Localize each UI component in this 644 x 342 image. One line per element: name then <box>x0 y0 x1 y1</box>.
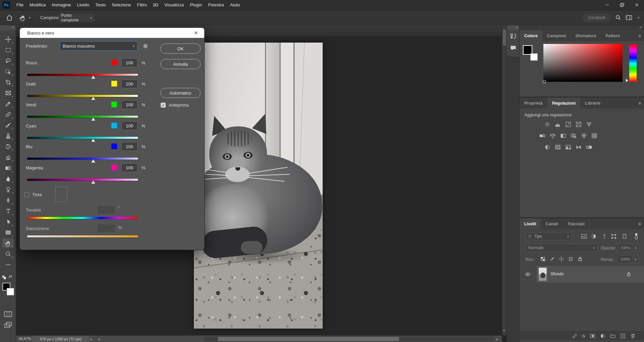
color-lookup-icon[interactable] <box>591 133 597 139</box>
tool-hand[interactable] <box>2 238 14 248</box>
slider-value-input[interactable]: 100 <box>121 79 138 88</box>
tab-canali[interactable]: Canali <box>541 218 563 229</box>
vibrance-icon[interactable] <box>586 121 592 127</box>
curves-icon[interactable] <box>565 121 571 127</box>
tool-more-tools[interactable] <box>2 260 14 269</box>
slider-thumb[interactable] <box>91 75 95 79</box>
scroll-right-icon[interactable]: ▸ <box>496 337 498 341</box>
slider-value-input[interactable]: 100 <box>121 142 138 151</box>
tool-move[interactable] <box>2 35 14 44</box>
invert-icon[interactable] <box>544 144 550 150</box>
workspace-icon[interactable] <box>626 14 632 21</box>
home-icon[interactable] <box>6 14 13 21</box>
filter-shape-icon[interactable] <box>611 234 616 239</box>
slider-track-cyan[interactable] <box>27 137 138 139</box>
tool-pen[interactable] <box>2 195 14 205</box>
photo-filter-icon[interactable] <box>571 133 577 139</box>
tool-frame[interactable] <box>2 88 14 98</box>
slider-thumb[interactable] <box>91 180 95 184</box>
slider-color-swatch[interactable] <box>111 102 117 107</box>
tool-rectangle-shape[interactable] <box>2 228 14 237</box>
slider-track-rossi[interactable] <box>27 74 138 76</box>
tool-path-selection[interactable] <box>2 217 14 226</box>
preset-select[interactable]: Bianco massimo ▾ <box>60 41 138 51</box>
black-white-icon[interactable] <box>560 133 566 139</box>
layer-effects-icon[interactable]: fx <box>582 334 585 339</box>
tab-campioni[interactable]: Campioni <box>542 30 571 41</box>
menu-modifica[interactable]: Modifica <box>26 0 49 10</box>
slider-color-swatch[interactable] <box>111 81 117 87</box>
tool-gradient[interactable] <box>2 163 14 173</box>
menu-aiuto[interactable]: Aiuto <box>227 0 243 10</box>
opacity-value[interactable]: 100% <box>618 244 632 252</box>
selective-color-icon[interactable] <box>576 144 582 150</box>
chevron-down-icon[interactable]: ▾ <box>29 16 31 19</box>
color-field-picker[interactable] <box>543 80 546 83</box>
slider-track-blu[interactable] <box>27 158 138 160</box>
auto-button[interactable]: Automatico <box>160 88 201 98</box>
layer-lock-icon[interactable] <box>626 271 631 277</box>
threshold-icon[interactable] <box>565 144 571 150</box>
tint-color-swatch[interactable] <box>55 187 67 202</box>
fill-dropdown-icon[interactable]: ▾ <box>632 255 639 263</box>
opacity-dropdown-icon[interactable]: ▾ <box>632 244 639 252</box>
menu-plugin[interactable]: Plugin <box>187 0 205 10</box>
filter-smart-object-icon[interactable] <box>622 234 627 239</box>
horizontal-scrollbar[interactable] <box>204 337 494 341</box>
search-icon[interactable] <box>615 14 622 21</box>
brightness-contrast-icon[interactable] <box>544 121 550 127</box>
blend-mode-select[interactable]: Normale ▾ <box>525 244 598 252</box>
slider-value-input[interactable]: 100 <box>121 100 138 109</box>
dialog-close-icon[interactable]: × <box>191 28 201 38</box>
comments-panel-icon[interactable] <box>510 45 517 51</box>
zoom-level[interactable]: 66,67% <box>19 337 31 341</box>
status-popup-icon[interactable]: ▸ <box>91 337 93 341</box>
close-button[interactable] <box>629 0 644 10</box>
delete-layer-icon[interactable] <box>630 333 636 339</box>
lock-all-icon[interactable] <box>578 256 583 262</box>
tool-zoom[interactable] <box>2 249 14 259</box>
cancel-button[interactable]: Annulla <box>160 59 201 69</box>
lock-position-icon[interactable] <box>559 256 564 262</box>
layer-filter-select[interactable]: Tipo ▾ <box>525 232 572 240</box>
tint-checkbox[interactable] <box>24 192 29 197</box>
tab-livelli[interactable]: Livelli <box>520 218 541 229</box>
lock-pixels-icon[interactable] <box>550 256 555 262</box>
tool-eraser[interactable] <box>2 153 14 162</box>
eye-icon[interactable] <box>525 272 531 277</box>
document-photo[interactable] <box>194 43 323 329</box>
tab-colore[interactable]: Colore <box>520 30 542 41</box>
slider-track-gialli[interactable] <box>27 95 138 97</box>
scroll-down-icon[interactable]: ▾ <box>503 329 505 332</box>
lock-artboard-icon[interactable] <box>568 256 573 262</box>
menu-file[interactable]: File <box>13 0 26 10</box>
menu-testo[interactable]: Testo <box>92 0 109 10</box>
channel-mixer-icon[interactable] <box>581 133 587 139</box>
slider-thumb[interactable] <box>91 97 95 100</box>
slider-value-input[interactable]: 100 <box>121 121 138 130</box>
tool-brush[interactable] <box>2 120 14 130</box>
layer-row-sfondo[interactable]: Sfondo <box>520 266 644 283</box>
panel-menu-icon[interactable]: ≡ <box>638 30 644 41</box>
posterize-icon[interactable] <box>555 144 561 150</box>
dialog-title-bar[interactable]: Bianco e nero × <box>20 28 204 38</box>
tool-history-brush[interactable] <box>2 142 14 151</box>
menu-filtro[interactable]: Filtro <box>134 0 150 10</box>
slider-value-input[interactable]: 100 <box>121 58 138 67</box>
panel-menu-icon[interactable]: ≡ <box>638 98 644 109</box>
color-field[interactable] <box>543 44 623 82</box>
tab-librerie[interactable]: Librerie <box>580 98 605 109</box>
share-button[interactable]: Condividi <box>582 13 611 22</box>
document-info[interactable]: 576 px x 1280 px (72 ppi) <box>32 336 89 342</box>
new-adjustment-layer-icon[interactable] <box>600 333 605 339</box>
filter-image-icon[interactable] <box>581 234 587 239</box>
new-group-icon[interactable] <box>610 333 615 339</box>
menu-livello[interactable]: Livello <box>74 0 92 10</box>
slider-thumb[interactable] <box>91 159 95 163</box>
filter-type-icon[interactable] <box>602 234 607 239</box>
slider-thumb[interactable] <box>91 117 95 121</box>
background-color-swatch[interactable] <box>7 288 14 295</box>
preset-options-gear-icon[interactable] <box>143 43 148 49</box>
color-balance-icon[interactable] <box>550 133 556 139</box>
hue-slider[interactable] <box>629 44 637 82</box>
